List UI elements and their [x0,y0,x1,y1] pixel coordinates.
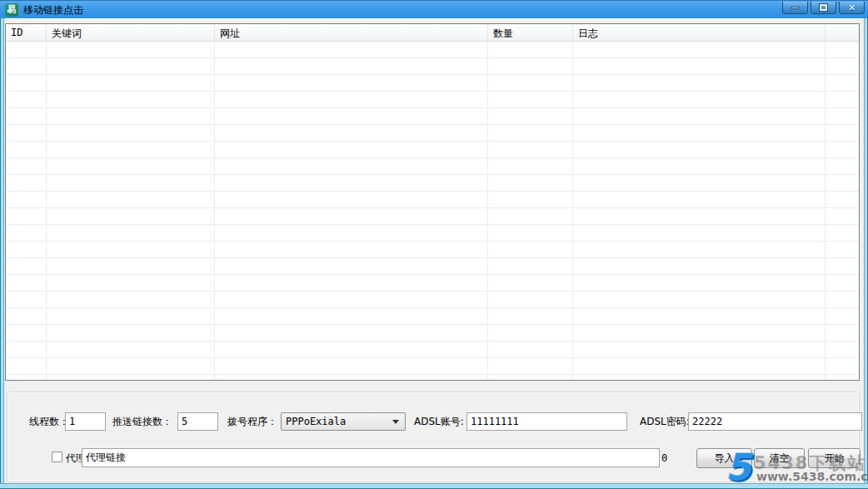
app-window: 易 移动链接点击 ✕ ID 关键词 网址 数量 日志 [0,0,868,489]
dialer-select[interactable]: PPPoExiala [281,412,406,431]
maximize-icon [820,4,827,11]
import-button[interactable]: 导入 [696,448,752,468]
proxy-link-input[interactable] [82,448,660,467]
push-links-input[interactable] [177,412,218,431]
titlebar[interactable]: 易 移动链接点击 ✕ [0,0,868,18]
window-border-bottom [0,483,868,489]
window-controls: ✕ [782,2,865,14]
column-header-log[interactable]: 日志 [573,24,826,41]
column-separator [487,42,488,380]
table-header-row: ID 关键词 网址 数量 日志 [6,24,859,42]
column-header-keyword[interactable]: 关键词 [47,24,215,41]
column-header-id[interactable]: ID [6,24,47,41]
column-separator [214,42,215,380]
column-separator [572,42,573,380]
window-title: 移动链接点击 [23,1,83,19]
column-separator [825,42,826,380]
minimize-icon [791,7,799,9]
client-area: ID 关键词 网址 数量 日志 线程数： 推送链接数： 拨号程序： PP [4,18,864,483]
close-button[interactable]: ✕ [839,2,865,14]
dialer-label: 拨号程序： [227,412,277,431]
close-icon: ✕ [848,3,856,12]
threads-label: 线程数： [29,412,69,431]
proxy-link-checkbox[interactable] [52,452,62,462]
proxy-count: 0 [661,448,667,468]
maximize-button[interactable] [811,2,836,14]
clear-button[interactable]: 清空 [754,448,805,468]
link-list-table[interactable]: ID 关键词 网址 数量 日志 [5,23,860,381]
adsl-account-input[interactable] [466,412,627,431]
table-body-empty[interactable] [6,42,859,380]
column-header-filler [826,24,859,41]
column-separator [46,42,47,380]
dialer-selected-value: PPPoExiala [286,416,346,427]
adsl-account-label: ADSL账号: [414,412,464,431]
threads-input[interactable] [65,412,106,431]
window-border-right [864,18,868,483]
adsl-password-label: ADSL密码: [640,412,690,431]
push-links-label: 推送链接数： [112,412,172,431]
app-icon: 易 [5,3,18,17]
column-header-quantity[interactable]: 数量 [488,24,573,41]
column-header-url[interactable]: 网址 [215,24,488,41]
minimize-button[interactable] [782,2,808,14]
adsl-password-input[interactable] [688,412,862,431]
start-button[interactable]: 开始 [808,448,861,468]
chevron-down-icon [392,420,399,424]
settings-groupbox [7,392,860,482]
